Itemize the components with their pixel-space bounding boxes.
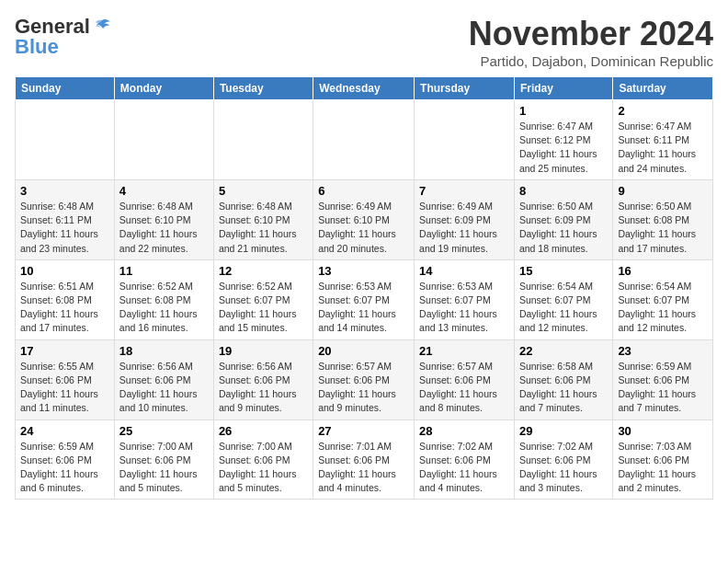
- month-title: November 2024: [469, 15, 713, 53]
- day-info: Sunrise: 7:00 AM Sunset: 6:06 PM Dayligh…: [219, 440, 308, 496]
- calendar-cell: 3Sunrise: 6:48 AM Sunset: 6:11 PM Daylig…: [16, 179, 115, 259]
- day-info: Sunrise: 6:57 AM Sunset: 6:06 PM Dayligh…: [318, 360, 409, 416]
- day-number: 9: [618, 184, 708, 198]
- day-number: 10: [20, 264, 109, 278]
- day-number: 19: [219, 344, 308, 358]
- day-info: Sunrise: 7:01 AM Sunset: 6:06 PM Dayligh…: [318, 440, 409, 496]
- logo-blue-text: Blue: [15, 35, 59, 59]
- day-info: Sunrise: 6:49 AM Sunset: 6:09 PM Dayligh…: [419, 200, 509, 256]
- calendar-cell: 2Sunrise: 6:47 AM Sunset: 6:11 PM Daylig…: [613, 100, 713, 180]
- page-header: General Blue November 2024 Partido, Daja…: [15, 15, 713, 69]
- calendar-table: SundayMondayTuesdayWednesdayThursdayFrid…: [15, 76, 713, 500]
- calendar-cell: 19Sunrise: 6:56 AM Sunset: 6:06 PM Dayli…: [213, 339, 313, 419]
- day-info: Sunrise: 6:50 AM Sunset: 6:08 PM Dayligh…: [618, 200, 708, 256]
- calendar-cell: [213, 100, 313, 180]
- day-of-week-header: Thursday: [415, 77, 515, 100]
- calendar-cell: 30Sunrise: 7:03 AM Sunset: 6:06 PM Dayli…: [613, 419, 713, 500]
- title-block: November 2024 Partido, Dajabon, Dominica…: [469, 15, 713, 69]
- location-subtitle: Partido, Dajabon, Dominican Republic: [469, 53, 713, 69]
- day-number: 25: [119, 424, 209, 438]
- day-number: 27: [318, 424, 409, 438]
- day-info: Sunrise: 6:54 AM Sunset: 6:07 PM Dayligh…: [519, 280, 608, 336]
- day-info: Sunrise: 6:53 AM Sunset: 6:07 PM Dayligh…: [419, 280, 509, 336]
- day-info: Sunrise: 6:52 AM Sunset: 6:07 PM Dayligh…: [219, 280, 308, 336]
- calendar-cell: 24Sunrise: 6:59 AM Sunset: 6:06 PM Dayli…: [16, 419, 115, 500]
- day-number: 30: [618, 424, 708, 438]
- day-info: Sunrise: 6:59 AM Sunset: 6:06 PM Dayligh…: [20, 440, 109, 496]
- day-number: 20: [318, 344, 409, 358]
- calendar-cell: 15Sunrise: 6:54 AM Sunset: 6:07 PM Dayli…: [514, 259, 612, 339]
- logo: General Blue: [15, 15, 112, 59]
- day-number: 8: [519, 184, 608, 198]
- day-number: 28: [419, 424, 509, 438]
- calendar-cell: [114, 100, 213, 180]
- logo-bird-icon: [92, 17, 112, 37]
- day-info: Sunrise: 6:56 AM Sunset: 6:06 PM Dayligh…: [119, 360, 209, 416]
- calendar-cell: 22Sunrise: 6:58 AM Sunset: 6:06 PM Dayli…: [514, 339, 612, 419]
- day-number: 1: [519, 104, 608, 118]
- day-number: 21: [419, 344, 509, 358]
- day-number: 29: [519, 424, 608, 438]
- day-info: Sunrise: 6:47 AM Sunset: 6:11 PM Dayligh…: [618, 120, 708, 176]
- day-number: 2: [618, 104, 708, 118]
- day-of-week-header: Saturday: [613, 77, 713, 100]
- day-number: 7: [419, 184, 509, 198]
- day-info: Sunrise: 7:02 AM Sunset: 6:06 PM Dayligh…: [419, 440, 509, 496]
- calendar-cell: 27Sunrise: 7:01 AM Sunset: 6:06 PM Dayli…: [313, 419, 415, 500]
- day-number: 17: [20, 344, 109, 358]
- calendar-cell: 21Sunrise: 6:57 AM Sunset: 6:06 PM Dayli…: [415, 339, 515, 419]
- day-number: 16: [618, 264, 708, 278]
- calendar-cell: 12Sunrise: 6:52 AM Sunset: 6:07 PM Dayli…: [213, 259, 313, 339]
- day-info: Sunrise: 7:00 AM Sunset: 6:06 PM Dayligh…: [119, 440, 209, 496]
- day-info: Sunrise: 6:49 AM Sunset: 6:10 PM Dayligh…: [318, 200, 409, 256]
- day-info: Sunrise: 6:48 AM Sunset: 6:10 PM Dayligh…: [119, 200, 209, 256]
- day-of-week-header: Monday: [114, 77, 213, 100]
- day-number: 4: [119, 184, 209, 198]
- calendar-cell: [415, 100, 515, 180]
- calendar-cell: 14Sunrise: 6:53 AM Sunset: 6:07 PM Dayli…: [415, 259, 515, 339]
- calendar-cell: 13Sunrise: 6:53 AM Sunset: 6:07 PM Dayli…: [313, 259, 415, 339]
- calendar-cell: 26Sunrise: 7:00 AM Sunset: 6:06 PM Dayli…: [213, 419, 313, 500]
- day-number: 11: [119, 264, 209, 278]
- calendar-cell: 6Sunrise: 6:49 AM Sunset: 6:10 PM Daylig…: [313, 179, 415, 259]
- day-number: 12: [219, 264, 308, 278]
- calendar-cell: 29Sunrise: 7:02 AM Sunset: 6:06 PM Dayli…: [514, 419, 612, 500]
- calendar-cell: 28Sunrise: 7:02 AM Sunset: 6:06 PM Dayli…: [415, 419, 515, 500]
- calendar-cell: 7Sunrise: 6:49 AM Sunset: 6:09 PM Daylig…: [415, 179, 515, 259]
- day-info: Sunrise: 6:52 AM Sunset: 6:08 PM Dayligh…: [119, 280, 209, 336]
- day-of-week-header: Friday: [514, 77, 612, 100]
- day-number: 15: [519, 264, 608, 278]
- day-number: 23: [618, 344, 708, 358]
- day-number: 24: [20, 424, 109, 438]
- calendar-cell: [16, 100, 115, 180]
- calendar-cell: 20Sunrise: 6:57 AM Sunset: 6:06 PM Dayli…: [313, 339, 415, 419]
- calendar-cell: 9Sunrise: 6:50 AM Sunset: 6:08 PM Daylig…: [613, 179, 713, 259]
- calendar-cell: 11Sunrise: 6:52 AM Sunset: 6:08 PM Dayli…: [114, 259, 213, 339]
- day-info: Sunrise: 6:51 AM Sunset: 6:08 PM Dayligh…: [20, 280, 109, 336]
- day-info: Sunrise: 6:53 AM Sunset: 6:07 PM Dayligh…: [318, 280, 409, 336]
- day-info: Sunrise: 6:59 AM Sunset: 6:06 PM Dayligh…: [618, 360, 708, 416]
- day-info: Sunrise: 6:50 AM Sunset: 6:09 PM Dayligh…: [519, 200, 608, 256]
- day-number: 14: [419, 264, 509, 278]
- day-number: 6: [318, 184, 409, 198]
- calendar-cell: 23Sunrise: 6:59 AM Sunset: 6:06 PM Dayli…: [613, 339, 713, 419]
- day-info: Sunrise: 6:48 AM Sunset: 6:11 PM Dayligh…: [20, 200, 109, 256]
- calendar-cell: 16Sunrise: 6:54 AM Sunset: 6:07 PM Dayli…: [613, 259, 713, 339]
- day-info: Sunrise: 6:55 AM Sunset: 6:06 PM Dayligh…: [20, 360, 109, 416]
- day-number: 18: [119, 344, 209, 358]
- day-number: 13: [318, 264, 409, 278]
- day-of-week-header: Sunday: [16, 77, 115, 100]
- calendar-cell: 25Sunrise: 7:00 AM Sunset: 6:06 PM Dayli…: [114, 419, 213, 500]
- day-info: Sunrise: 6:56 AM Sunset: 6:06 PM Dayligh…: [219, 360, 308, 416]
- day-number: 5: [219, 184, 308, 198]
- day-info: Sunrise: 6:54 AM Sunset: 6:07 PM Dayligh…: [618, 280, 708, 336]
- day-of-week-header: Tuesday: [213, 77, 313, 100]
- calendar-cell: 18Sunrise: 6:56 AM Sunset: 6:06 PM Dayli…: [114, 339, 213, 419]
- calendar-cell: 5Sunrise: 6:48 AM Sunset: 6:10 PM Daylig…: [213, 179, 313, 259]
- day-number: 3: [20, 184, 109, 198]
- calendar-cell: 1Sunrise: 6:47 AM Sunset: 6:12 PM Daylig…: [514, 100, 612, 180]
- day-info: Sunrise: 6:48 AM Sunset: 6:10 PM Dayligh…: [219, 200, 308, 256]
- day-info: Sunrise: 7:03 AM Sunset: 6:06 PM Dayligh…: [618, 440, 708, 496]
- calendar-cell: 4Sunrise: 6:48 AM Sunset: 6:10 PM Daylig…: [114, 179, 213, 259]
- calendar-cell: 10Sunrise: 6:51 AM Sunset: 6:08 PM Dayli…: [16, 259, 115, 339]
